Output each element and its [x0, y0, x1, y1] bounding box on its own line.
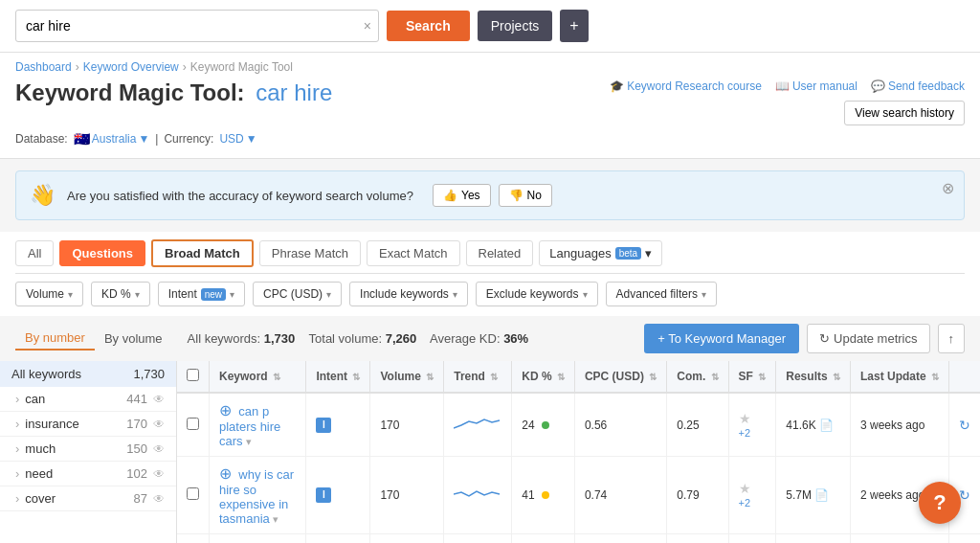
eye-icon[interactable]: 👁 [153, 442, 165, 456]
search-input[interactable] [15, 10, 379, 42]
eye-icon[interactable]: 👁 [153, 467, 165, 481]
breadcrumb-dashboard[interactable]: Dashboard [15, 60, 72, 74]
eye-icon[interactable]: 👁 [153, 418, 165, 431]
row-checkbox[interactable] [187, 418, 199, 430]
tab-languages[interactable]: Languages beta ▾ [539, 240, 662, 266]
eye-icon[interactable]: 👁 [153, 393, 165, 406]
results-cell: 41.6K 📄 [776, 393, 851, 457]
last-update-header[interactable]: Last Update ⇅ [850, 361, 948, 393]
keyword-header[interactable]: Keyword ⇅ [210, 361, 306, 393]
summary-stats: All keywords: 1,730 Total volume: 7,260 … [188, 331, 529, 346]
tab-by-volume[interactable]: By volume [95, 327, 172, 351]
eye-icon[interactable]: 👁 [153, 492, 165, 506]
page-title: Keyword Magic Tool: car hire [15, 79, 332, 106]
sidebar-item[interactable]: › need 102 👁 [0, 462, 176, 486]
row-checkbox[interactable] [187, 487, 199, 500]
advanced-filters[interactable]: Advanced filters ▾ [606, 282, 717, 306]
intent-filter[interactable]: Intent new ▾ [158, 282, 245, 306]
tab-broad-match[interactable]: Broad Match [151, 239, 254, 267]
sidebar-item-label: much [25, 441, 56, 456]
book-icon: 📖 [775, 79, 790, 93]
currency-selector[interactable]: USD ▼ [219, 132, 256, 146]
kd-indicator [542, 491, 549, 499]
refresh-cell[interactable]: ↻ [948, 534, 980, 544]
sidebar-item[interactable]: › insurance 170 👁 [0, 412, 176, 437]
tab-exact-match[interactable]: Exact Match [367, 240, 460, 266]
breadcrumb-keyword-overview[interactable]: Keyword Overview [83, 60, 179, 74]
feedback-link[interactable]: 💬 Send feedback [871, 79, 965, 93]
chevron-down-icon: ▾ [326, 289, 331, 300]
row-checkbox-cell[interactable] [177, 393, 210, 457]
cpc-filter[interactable]: CPC (USD) ▾ [253, 282, 342, 306]
trend-cell [444, 393, 512, 457]
include-keywords-filter[interactable]: Include keywords ▾ [349, 282, 468, 306]
sidebar-item-count: 441 [126, 392, 147, 406]
course-link[interactable]: 🎓 Keyword Research course [610, 79, 762, 93]
kd-filter[interactable]: KD % ▾ [91, 282, 150, 306]
refresh-icon[interactable]: ↻ [959, 418, 970, 433]
sidebar-item[interactable]: › much 150 👁 [0, 437, 176, 462]
feedback-yes-button[interactable]: 👍 Yes [433, 184, 491, 207]
select-all-checkbox[interactable] [187, 369, 199, 381]
intent-badge: I [316, 487, 331, 503]
com-header[interactable]: Com. ⇅ [667, 361, 728, 393]
tab-all[interactable]: All [15, 240, 54, 266]
wave-icon: 👋 [30, 183, 56, 208]
filter-row: Volume ▾ KD % ▾ Intent new ▾ CPC (USD) ▾… [15, 274, 965, 316]
update-metrics-button[interactable]: ↻ Update metrics [807, 324, 929, 353]
australia-flag: 🇦🇺 [74, 131, 90, 147]
kd-cell: 24 [512, 393, 575, 457]
search-button[interactable]: Search [387, 11, 470, 41]
cpc-header[interactable]: CPC (USD) ⇅ [574, 361, 666, 393]
tab-questions[interactable]: Questions [59, 240, 145, 266]
row-checkbox-cell[interactable] [177, 534, 210, 544]
table-row: ⊕ can p platers hire cars ▾ I 170 24 0.5… [177, 393, 980, 457]
manual-link[interactable]: 📖 User manual [775, 79, 858, 93]
sidebar-item-label: cover [25, 491, 56, 506]
trend-header[interactable]: Trend ⇅ [444, 361, 512, 393]
tab-phrase-match[interactable]: Phrase Match [259, 240, 361, 266]
view-history-button[interactable]: View search history [844, 101, 965, 125]
all-keywords-row[interactable]: All keywords 1,730 [0, 361, 176, 387]
refresh-cell[interactable]: ↻ [948, 393, 980, 457]
exclude-keywords-filter[interactable]: Exclude keywords ▾ [476, 282, 598, 306]
sidebar-item-label: insurance [25, 417, 78, 431]
sidebar-item[interactable]: › cover 87 👁 [0, 486, 176, 511]
last-update-cell: 1 month ago [850, 534, 948, 544]
header-row: Keyword Magic Tool: car hire 🎓 Keyword R… [15, 79, 965, 125]
kd-header[interactable]: KD % ⇅ [512, 361, 575, 393]
projects-button[interactable]: Projects [478, 11, 553, 41]
intent-header[interactable]: Intent ⇅ [306, 361, 370, 393]
filters-section: All Questions Broad Match Phrase Match E… [0, 232, 980, 316]
feedback-no-button[interactable]: 👎 No [499, 184, 552, 207]
add-project-button[interactable]: + [560, 10, 588, 42]
sidebar-item[interactable]: › can 441 👁 [0, 387, 176, 412]
volume-header[interactable]: Volume ⇅ [370, 361, 444, 393]
help-button[interactable]: ? [919, 482, 961, 524]
export-button[interactable]: ↑ [938, 324, 966, 353]
add-to-list-icon[interactable]: ⊕ [219, 465, 232, 482]
keyword-dropdown-icon[interactable]: ▾ [273, 513, 278, 525]
trend-cell [444, 457, 512, 534]
tab-by-number[interactable]: By number [15, 327, 95, 351]
intent-badge: I [316, 418, 331, 433]
results-header[interactable]: Results ⇅ [776, 361, 851, 393]
keyword-dropdown-icon[interactable]: ▾ [246, 436, 252, 447]
select-all-header[interactable] [177, 361, 210, 393]
kd-indicator [542, 421, 549, 429]
keyword-manager-button[interactable]: + To Keyword Manager [644, 324, 799, 353]
expand-icon: › [15, 441, 19, 456]
tab-row: All Questions Broad Match Phrase Match E… [15, 232, 965, 274]
close-feedback-button[interactable]: ⊗ [942, 179, 954, 197]
tab-related[interactable]: Related [466, 240, 534, 266]
clear-button[interactable]: × [364, 18, 371, 34]
row-checkbox-cell[interactable] [177, 457, 210, 534]
breadcrumb-current: Keyword Magic Tool [190, 60, 293, 74]
add-to-list-icon[interactable]: ⊕ [219, 402, 232, 419]
database-selector[interactable]: 🇦🇺 Australia ▼ [74, 131, 150, 147]
top-bar: × Search Projects + [0, 0, 980, 53]
sort-icon: ⇅ [758, 372, 766, 382]
sidebar-item-count: 102 [126, 466, 147, 481]
sf-header[interactable]: SF ⇅ [728, 361, 776, 393]
volume-filter[interactable]: Volume ▾ [15, 282, 83, 306]
